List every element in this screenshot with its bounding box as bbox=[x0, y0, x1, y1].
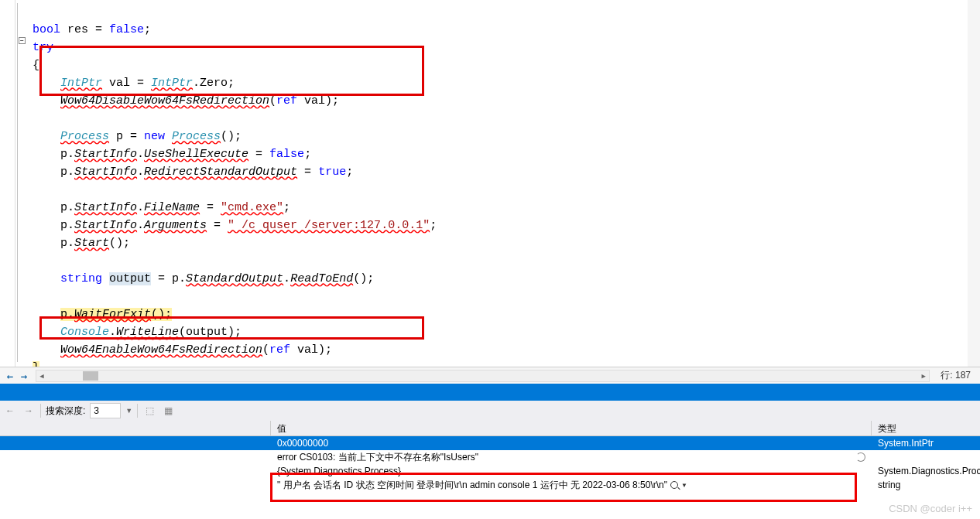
code-editor[interactable]: − bool res = false; try { IntPtr val = I… bbox=[0, 0, 980, 367]
watch-value-cell: 0x00000000 bbox=[271, 438, 872, 449]
navigation-bar: ← → ◀ ▶ 行: 187 bbox=[0, 367, 980, 384]
line-number-info: 行: 187 bbox=[934, 369, 977, 382]
watch-column-headers: 值 类型 bbox=[0, 421, 980, 436]
watch-toolbar: ← → 搜索深度: ▼ ⬚ ▦ bbox=[0, 401, 980, 421]
scroll-thumb[interactable] bbox=[83, 371, 98, 381]
watch-type-cell: System.Diagnostics.Proce bbox=[872, 466, 980, 476]
collapse-toggle[interactable]: − bbox=[19, 37, 26, 44]
tool-icon-1[interactable]: ⬚ bbox=[142, 404, 156, 418]
header-value[interactable]: 值 bbox=[271, 421, 872, 435]
nav-back-watch-icon[interactable]: ← bbox=[3, 404, 17, 418]
highlight-box-1 bbox=[39, 46, 424, 96]
separator bbox=[137, 404, 138, 418]
watch-type-cell: System.IntPtr bbox=[872, 438, 980, 449]
depth-input[interactable] bbox=[90, 403, 121, 418]
watch-row[interactable]: 0x00000000 System.IntPtr bbox=[0, 436, 980, 450]
depth-label: 搜索深度: bbox=[46, 405, 85, 418]
horizontal-scrollbar[interactable]: ◀ ▶ bbox=[36, 370, 930, 382]
dropdown-icon[interactable]: ▼ bbox=[125, 407, 132, 415]
gutter bbox=[0, 0, 15, 367]
watch-value-cell: error CS0103: 当前上下文中不存在名称"IsUsers" bbox=[271, 451, 872, 464]
watch-row[interactable]: error CS0103: 当前上下文中不存在名称"IsUsers" bbox=[0, 450, 980, 464]
var-output: output bbox=[109, 272, 151, 285]
separator bbox=[40, 404, 41, 418]
watermark: CSDN @coder i++ bbox=[889, 503, 972, 514]
outline-guide bbox=[17, 3, 18, 362]
panel-header-bar[interactable] bbox=[0, 384, 980, 401]
type-process: Process bbox=[60, 130, 109, 143]
nav-forward-watch-icon[interactable]: → bbox=[22, 404, 36, 418]
scroll-right-icon[interactable]: ▶ bbox=[918, 370, 929, 381]
scroll-left-icon[interactable]: ◀ bbox=[36, 370, 47, 381]
nav-forward-icon[interactable]: → bbox=[17, 369, 31, 383]
vertical-scrollbar[interactable] bbox=[968, 0, 980, 367]
header-name[interactable] bbox=[0, 421, 271, 435]
refresh-icon[interactable] bbox=[856, 452, 865, 462]
call-wow64enable: Wow64EnableWow64FsRedirection bbox=[60, 343, 262, 357]
keyword-bool: bool bbox=[33, 23, 60, 36]
tool-icon-2[interactable]: ▦ bbox=[161, 404, 175, 418]
highlight-box-2 bbox=[39, 316, 424, 340]
header-type[interactable]: 类型 bbox=[872, 421, 980, 435]
nav-back-icon[interactable]: ← bbox=[3, 369, 17, 383]
call-wow64disable: Wow64DisableWow64FsRedirection bbox=[60, 94, 269, 108]
watch-type-cell: string bbox=[872, 480, 980, 490]
highlight-box-3 bbox=[270, 473, 857, 502]
